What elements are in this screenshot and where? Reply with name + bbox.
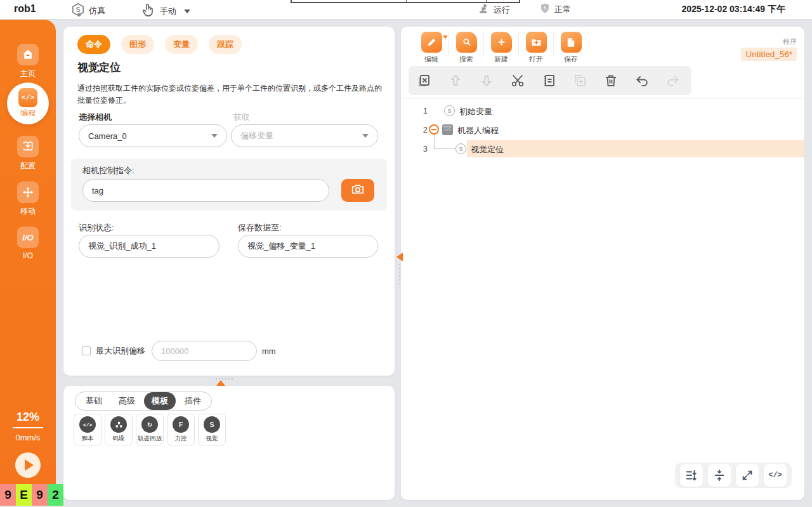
template-item-trajectory-replay[interactable]: ↻ 轨迹回放 bbox=[136, 414, 164, 445]
camera-command-label: 相机控制指令: bbox=[82, 165, 134, 176]
run-label: 运行 bbox=[494, 4, 510, 16]
tab-advanced[interactable]: 高级 bbox=[111, 392, 143, 410]
status-block: 9 bbox=[0, 484, 16, 506]
command-panel-tabs: 命令 图形 变量 跟踪 bbox=[77, 35, 242, 54]
speed-percent[interactable]: 12% bbox=[0, 411, 56, 428]
move-down-button[interactable] bbox=[471, 66, 502, 95]
splitter-handle-dots bbox=[399, 264, 400, 284]
config-icon bbox=[17, 136, 39, 157]
manual-mode-dropdown[interactable]: 手动 bbox=[141, 3, 190, 20]
shield-icon bbox=[539, 3, 551, 16]
search-button[interactable]: 搜索 bbox=[452, 32, 480, 64]
move-arrows-icon bbox=[17, 181, 39, 203]
robot-name: rob1 bbox=[14, 3, 36, 15]
template-panel: 基础 高级 模板 插件 </> 脚本 码垛 ↻ 轨迹回放 F 力控 S 视觉 bbox=[63, 386, 395, 500]
chevron-down-icon bbox=[443, 36, 448, 39]
save-file-icon bbox=[561, 32, 582, 53]
splitter-handle-dots bbox=[216, 378, 233, 379]
chevron-down-icon bbox=[362, 134, 369, 138]
program-icon: </> bbox=[442, 124, 453, 135]
camera-command-group: 相机控制指令: bbox=[71, 159, 387, 211]
program-panel: 编辑 搜索 新建 打开 保存 bbox=[401, 27, 804, 500]
sidebar-item-config[interactable]: 配置 bbox=[0, 136, 56, 171]
edit-button[interactable]: 编辑 bbox=[417, 32, 445, 64]
sidebar-item-move[interactable]: 移动 bbox=[0, 181, 56, 217]
open-folder-icon bbox=[526, 32, 547, 53]
horizontal-splitter[interactable] bbox=[63, 377, 395, 386]
delete-button[interactable] bbox=[595, 66, 626, 95]
tree-row-robot-program[interactable]: 2 </> 机器人编程 bbox=[401, 121, 804, 140]
deselect-button[interactable] bbox=[409, 66, 440, 95]
new-file-icon bbox=[491, 32, 512, 53]
template-items: </> 脚本 码垛 ↻ 轨迹回放 F 力控 S 视觉 bbox=[74, 414, 226, 445]
expand-button[interactable] bbox=[736, 464, 759, 487]
recognition-status-input[interactable] bbox=[79, 235, 219, 258]
command-description: 通过拍照获取工件的实际位姿或位姿偏差，用于单个工件的位置识别，或多个工件及路点的… bbox=[77, 82, 384, 107]
replay-icon: ↻ bbox=[141, 416, 158, 433]
max-offset-input[interactable] bbox=[152, 341, 257, 361]
camera-command-input[interactable] bbox=[82, 179, 329, 202]
status-block: E bbox=[16, 484, 32, 506]
status-block: 9 bbox=[32, 484, 48, 506]
open-file-button[interactable]: 打开 bbox=[522, 32, 550, 64]
script-icon: </> bbox=[79, 416, 96, 433]
copy-button[interactable] bbox=[564, 66, 595, 95]
tab-variable[interactable]: 变量 bbox=[165, 35, 198, 54]
save-data-input[interactable] bbox=[238, 235, 378, 258]
template-item-force-control[interactable]: F 力控 bbox=[167, 414, 195, 445]
page-title: 视觉定位 bbox=[77, 60, 121, 75]
sidebar: 主页 </> 编程 配置 移动 I/O I/O 12% 0mm/s bbox=[0, 20, 56, 484]
save-button[interactable]: 保存 bbox=[557, 32, 585, 64]
tab-basic[interactable]: 基础 bbox=[78, 392, 110, 410]
max-offset-checkbox[interactable] bbox=[82, 346, 91, 355]
tree-row-init-variable[interactable]: 1 S 初始变量 bbox=[401, 102, 804, 121]
collapse-all-button[interactable] bbox=[708, 464, 731, 487]
tab-plugin[interactable]: 插件 bbox=[177, 392, 209, 410]
tab-trace[interactable]: 跟踪 bbox=[209, 35, 242, 54]
tab-graphic[interactable]: 图形 bbox=[121, 35, 154, 54]
tab-command[interactable]: 命令 bbox=[77, 35, 110, 54]
simulation-toggle[interactable]: S 仿真 bbox=[71, 3, 105, 18]
new-file-button[interactable]: 新建 bbox=[487, 32, 515, 64]
vertical-splitter[interactable] bbox=[395, 27, 401, 500]
file-toolbar: 编辑 搜索 新建 打开 保存 bbox=[417, 32, 585, 64]
chevron-down-icon bbox=[211, 134, 218, 138]
undo-button[interactable] bbox=[626, 66, 657, 95]
robot-icon bbox=[477, 3, 490, 17]
acquire-dropdown[interactable]: 偏移变量 bbox=[231, 124, 378, 147]
capture-button[interactable] bbox=[341, 179, 374, 202]
move-up-button[interactable] bbox=[440, 66, 471, 95]
paste-button[interactable] bbox=[533, 66, 564, 95]
cut-button[interactable] bbox=[502, 66, 533, 95]
sort-order-button[interactable] bbox=[680, 464, 703, 487]
template-item-vision[interactable]: S 视觉 bbox=[198, 414, 226, 445]
redo-button[interactable] bbox=[657, 66, 688, 95]
camera-select-label: 选择相机 bbox=[79, 112, 112, 123]
play-button[interactable] bbox=[15, 452, 41, 478]
chevron-down-icon bbox=[184, 10, 190, 13]
sidebar-item-label: I/O bbox=[23, 251, 33, 260]
code-view-button[interactable]: </> bbox=[764, 464, 787, 487]
force-icon: F bbox=[173, 416, 189, 433]
tab-template[interactable]: 模板 bbox=[144, 392, 176, 410]
datetime: 2025-12-02 03:14:49 下午 bbox=[682, 4, 785, 15]
save-data-label: 保存数据至: bbox=[238, 222, 282, 234]
tree-connector-line bbox=[434, 135, 455, 149]
svg-text:S: S bbox=[76, 6, 81, 13]
program-name[interactable]: Untitled_56* bbox=[741, 48, 797, 61]
vision-icon: S bbox=[204, 416, 220, 433]
sidebar-item-io[interactable]: I/O I/O bbox=[0, 227, 56, 260]
template-item-palletize[interactable]: 码垛 bbox=[105, 414, 133, 445]
camera-select-dropdown[interactable]: Camera_0 bbox=[79, 124, 227, 147]
sidebar-item-label: 主页 bbox=[20, 69, 36, 79]
simulation-label: 仿真 bbox=[89, 5, 105, 16]
view-toolbar: </> bbox=[675, 463, 792, 488]
code-monitor-icon: </> bbox=[18, 88, 37, 107]
template-item-script[interactable]: </> 脚本 bbox=[74, 414, 102, 445]
health-status[interactable]: 正常 bbox=[539, 3, 571, 16]
run-status[interactable]: 运行 bbox=[477, 3, 510, 17]
tree-row-vision-locate[interactable]: 3 S 视觉定位 bbox=[401, 140, 804, 159]
collapse-icon[interactable] bbox=[429, 124, 439, 135]
sidebar-item-programming[interactable]: </> 编程 bbox=[7, 82, 49, 124]
sidebar-item-home[interactable]: 主页 bbox=[0, 44, 56, 79]
